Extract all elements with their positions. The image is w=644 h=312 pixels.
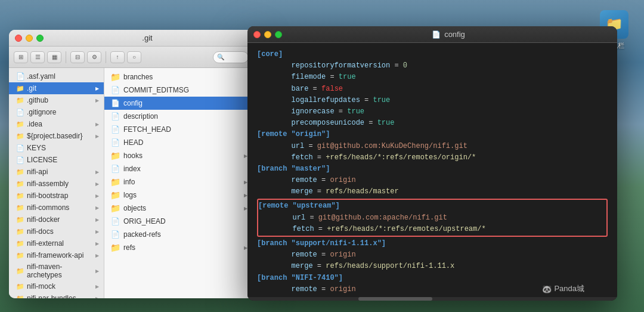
- share-button[interactable]: ↑: [110, 51, 125, 63]
- sidebar-item-label: nifi-bootstrap: [27, 191, 68, 200]
- folder-icon: 📁: [16, 168, 24, 176]
- sidebar-item-label: .idea: [27, 120, 42, 128]
- editor-content[interactable]: [core] repositoryformatversion = 0 filem…: [247, 43, 617, 297]
- view-icon-list[interactable]: ☰: [30, 51, 45, 63]
- file-item-label: packed-refs: [123, 230, 161, 239]
- sidebar-item-label: .asf.yaml: [27, 72, 55, 81]
- chevron-right-icon: ▶: [95, 296, 99, 299]
- sidebar-item-nifi-docker[interactable]: 📁 nifi-docker ▶: [9, 214, 104, 225]
- file-item-head[interactable]: 📄 HEAD: [104, 136, 253, 149]
- editor-titlebar: 📄 config: [247, 26, 617, 43]
- code-line: ignorecase = true: [257, 106, 608, 118]
- code-line: logallrefupdates = true: [257, 95, 608, 106]
- finder-toolbar: ⊞ ☰ ▦ ⊟ ⚙ ↑ ○ 🔍: [9, 47, 253, 68]
- editor-title-text: config: [444, 30, 465, 39]
- chevron-right-icon: ▶: [95, 134, 99, 139]
- close-button[interactable]: [15, 35, 22, 42]
- file-item-label: logs: [123, 191, 137, 199]
- folder-icon: 📁: [16, 283, 24, 291]
- editor-close-button[interactable]: [253, 31, 261, 38]
- maximize-button[interactable]: [36, 35, 44, 42]
- folder-icon: 📁: [16, 121, 24, 128]
- sidebar-item-nifi-maven-archetypes[interactable]: 📁 nifi-maven-archetypes ▶: [9, 261, 104, 280]
- sidebar-item-nifi-nar-bundles[interactable]: 📁 nifi-nar-bundles ▶: [9, 292, 104, 298]
- code-line: [branch "support/nifi-1.11.x"]: [257, 238, 608, 249]
- sidebar-item-nifi-commons[interactable]: 📁 nifi-commons ▶: [9, 202, 104, 214]
- file-item-info[interactable]: 📁 info ▶: [104, 175, 253, 189]
- tag-button[interactable]: ○: [127, 51, 141, 63]
- folder-icon: 📁: [110, 72, 120, 82]
- finder-window-title: .git: [47, 33, 247, 42]
- code-line: [remote "upstream"]: [258, 200, 606, 212]
- code-line: repositoryformatversion = 0: [257, 60, 608, 72]
- sidebar-item-license[interactable]: 📄 LICENSE: [9, 154, 104, 166]
- chevron-right-icon: ▶: [95, 98, 99, 103]
- scrollbar-thumb[interactable]: [358, 297, 432, 301]
- minimize-button[interactable]: [26, 35, 33, 42]
- chevron-right-icon: ▶: [95, 169, 99, 175]
- sidebar-item-nifi-mock[interactable]: 📁 nifi-mock ▶: [9, 280, 104, 292]
- file-item-packed-refs[interactable]: 📄 packed-refs: [104, 228, 253, 241]
- file-item-hooks[interactable]: 📁 hooks ▶: [104, 149, 253, 162]
- code-line: precomposeunicode = true: [257, 118, 608, 129]
- view-icon-column[interactable]: ▦: [47, 51, 61, 63]
- sidebar-item-label: KEYS: [27, 144, 46, 152]
- chevron-right-icon: ▶: [95, 284, 99, 289]
- file-item-label: COMMIT_EDITMSG: [123, 86, 189, 94]
- sidebar-item-nifi-docs[interactable]: 📁 nifi-docs ▶: [9, 225, 104, 237]
- sidebar-item-github[interactable]: 📁 .github ▶: [9, 94, 104, 106]
- editor-minimize-button[interactable]: [264, 31, 271, 38]
- code-line: fetch = +refs/heads/*:refs/remotes/origi…: [257, 152, 608, 163]
- code-line: url = git@github.com:apache/nifi.git: [258, 212, 606, 224]
- code-line: merge = refs/heads/support/nifi-1.11.x: [257, 261, 608, 272]
- finder-sidebar: 📄 .asf.yaml 📁 .git ▶ 📁 .github ▶ 📄 .giti…: [9, 68, 104, 298]
- file-item-objects[interactable]: 📁 objects ▶: [104, 202, 253, 215]
- sidebar-item-project-basedir[interactable]: 📁 ${project.basedir} ▶: [9, 130, 104, 142]
- file-item-config[interactable]: 📄 config: [104, 97, 253, 110]
- folder-icon: 📁: [110, 177, 120, 187]
- sidebar-item-label: nifi-mock: [27, 282, 55, 291]
- view-icon-gallery[interactable]: ⊟: [70, 51, 85, 63]
- file-item-commit-editmsg[interactable]: 📄 COMMIT_EDITMSG: [104, 84, 253, 97]
- search-input[interactable]: 🔍: [213, 51, 249, 63]
- file-item-label: objects: [123, 204, 146, 212]
- file-item-refs[interactable]: 📁 refs ▶: [104, 241, 253, 254]
- action-button[interactable]: ⚙: [87, 51, 101, 63]
- file-item-index[interactable]: 📄 index: [104, 162, 253, 175]
- sidebar-item-idea[interactable]: 📁 .idea ▶: [9, 118, 104, 130]
- file-item-label: HEAD: [123, 138, 143, 147]
- file-item-label: hooks: [123, 152, 143, 160]
- editor-horizontal-scrollbar[interactable]: [247, 297, 617, 301]
- editor-maximize-button[interactable]: [275, 31, 282, 38]
- view-icon-grid[interactable]: ⊞: [14, 51, 28, 63]
- finder-main: 📁 branches 📄 COMMIT_EDITMSG 📄 config 📄 d…: [104, 68, 253, 298]
- sidebar-item-nifi-assembly[interactable]: 📁 nifi-assembly ▶: [9, 178, 104, 190]
- sidebar-item-nifi-api[interactable]: 📁 nifi-api ▶: [9, 166, 104, 178]
- code-line: remote = origin: [257, 175, 608, 186]
- code-line: remote = origin: [257, 249, 608, 261]
- sidebar-item-label: nifi-commons: [27, 203, 69, 212]
- file-item-logs[interactable]: 📁 logs ▶: [104, 189, 253, 202]
- sidebar-item-asf[interactable]: 📄 .asf.yaml: [9, 70, 104, 82]
- file-icon: 📄: [110, 125, 120, 134]
- folder-icon: 📁: [16, 132, 24, 140]
- sidebar-item-nifi-external[interactable]: 📁 nifi-external ▶: [9, 237, 104, 249]
- folder-icon: 📁: [110, 203, 120, 213]
- file-icon: 📄: [16, 72, 24, 81]
- sidebar-item-nifi-bootstrap[interactable]: 📁 nifi-bootstrap ▶: [9, 190, 104, 202]
- sidebar-item-keys[interactable]: 📄 KEYS: [9, 142, 104, 154]
- file-item-label: FETCH_HEAD: [123, 125, 171, 134]
- editor-window-title: 📄 config: [286, 30, 611, 39]
- file-item-branches[interactable]: 📁 branches: [104, 70, 253, 84]
- file-item-fetch-head[interactable]: 📄 FETCH_HEAD: [104, 123, 253, 136]
- sidebar-item-nifi-framework-api[interactable]: 📁 nifi-framework-api ▶: [9, 249, 104, 261]
- finder-window: .git ⊞ ☰ ▦ ⊟ ⚙ ↑ ○ 🔍 📄 .asf.yaml 📁 .git …: [9, 30, 253, 298]
- sidebar-item-gitignore[interactable]: 📄 .gitignore: [9, 106, 104, 118]
- folder-icon: 📁: [16, 240, 24, 248]
- file-item-label: info: [123, 178, 135, 186]
- sidebar-item-git[interactable]: 📁 .git ▶: [9, 82, 104, 94]
- file-item-description[interactable]: 📄 description: [104, 110, 253, 123]
- sidebar-item-label: nifi-api: [27, 168, 48, 176]
- file-item-orig-head[interactable]: 📄 ORIG_HEAD: [104, 215, 253, 228]
- folder-icon: 📁: [16, 180, 24, 188]
